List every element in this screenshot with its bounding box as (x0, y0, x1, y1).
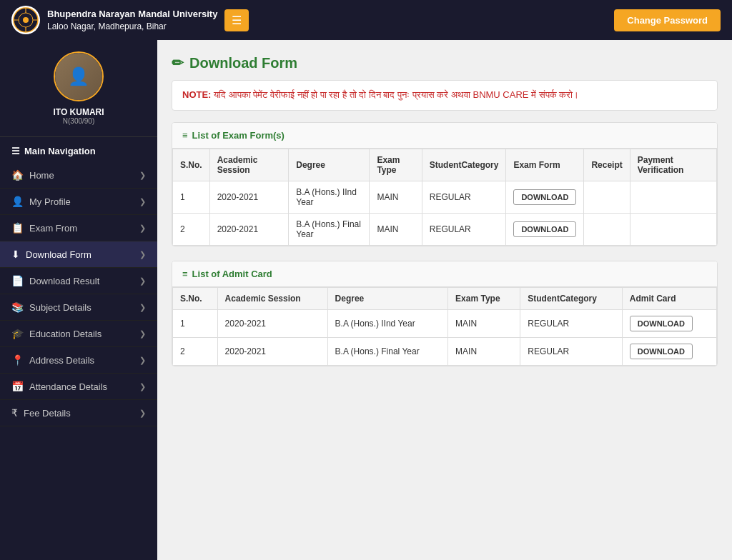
admit-card-header: ≡ List of Admit Card (172, 261, 717, 287)
nav-item-label-0: Home (29, 170, 54, 181)
nav-icon-7: 📍 (11, 354, 24, 366)
nav-arrow-6: ❯ (139, 329, 146, 339)
nav-item-left: 👤 My Profile (11, 196, 71, 207)
nav-title: ☰ Main Navigation (0, 137, 157, 162)
cell-degree: B.A (Hons.) IInd Year (289, 181, 370, 213)
sidebar-item-exam-from[interactable]: 📋 Exam From ❯ (0, 215, 157, 241)
sidebar-item-address-details[interactable]: 📍 Address Details ❯ (0, 347, 157, 374)
nav-arrow-0: ❯ (139, 171, 146, 180)
admit-card-download-btn-2[interactable]: DOWNLOAD (630, 344, 693, 359)
sidebar-item-education-details[interactable]: 🎓 Education Details ❯ (0, 321, 157, 347)
cell-degree-ac: B.A (Hons.) Final Year (327, 337, 448, 365)
nav-arrow-8: ❯ (139, 382, 146, 391)
nav-item-left: 📅 Attendance Details (11, 381, 107, 392)
col-payment-verification: Payment Verification (630, 149, 716, 181)
sidebar-item-download-result[interactable]: 📄 Download Result ❯ (0, 268, 157, 294)
col-sno2: S.No. (173, 287, 218, 309)
nav-arrow-3: ❯ (139, 250, 146, 259)
col-exam-form: Exam Form (506, 149, 584, 181)
nav-item-label-5: Subject Details (29, 302, 92, 313)
nav-icon-0: 🏠 (11, 169, 24, 181)
nav-arrow-1: ❯ (139, 197, 146, 206)
sidebar-item-attendance-details[interactable]: 📅 Attendance Details ❯ (0, 374, 157, 400)
exam-form-row-2: 2 2020-2021 B.A (Hons.) Final Year MAIN … (173, 213, 717, 245)
exam-form-row-1: 1 2020-2021 B.A (Hons.) IInd Year MAIN R… (173, 181, 717, 213)
cell-admit-card-btn: DOWNLOAD (622, 309, 716, 337)
profile-id: N(300/90) (63, 117, 94, 125)
cell-receipt (584, 213, 630, 245)
nav-item-label-2: Exam From (29, 223, 77, 234)
nav-item-left: 📄 Download Result (11, 275, 99, 286)
exam-forms-header: ≡ List of Exam Form(s) (172, 123, 717, 149)
sidebar-item-my-profile[interactable]: 👤 My Profile ❯ (0, 189, 157, 215)
nav-icon-9: ₹ (11, 407, 18, 419)
note-text: यदि आपका पेमेंट वेरीफाई नहीं हो पा रहा ह… (214, 89, 579, 100)
admit-card-icon: ≡ (182, 269, 188, 279)
nav-item-label-9: Fee Details (24, 408, 71, 419)
nav-item-label-8: Attendance Details (29, 381, 107, 392)
nav-item-label-1: My Profile (29, 196, 71, 207)
cell-sno: 1 (173, 181, 210, 213)
nav-item-label-7: Address Details (29, 355, 94, 366)
menu-toggle-button[interactable]: ☰ (224, 9, 249, 31)
col-session2: Academic Session (217, 287, 327, 309)
avatar: 👤 (54, 51, 104, 101)
cell-exam-form-btn: DOWNLOAD (506, 181, 584, 213)
nav-icon-3: ⬇ (11, 249, 20, 260)
exam-forms-tbody: 1 2020-2021 B.A (Hons.) IInd Year MAIN R… (173, 181, 717, 245)
nav-item-left: 📋 Exam From (11, 222, 77, 234)
col-exam-type2: Exam Type (448, 287, 520, 309)
avatar-placeholder: 👤 (55, 53, 102, 100)
sidebar: 👤 ITO KUMARI N(300/90) ☰ Main Navigation… (0, 40, 157, 560)
exam-forms-icon: ≡ (182, 130, 188, 141)
layout: 👤 ITO KUMARI N(300/90) ☰ Main Navigation… (0, 40, 732, 560)
nav-item-left: 📚 Subject Details (11, 301, 92, 313)
col-sno: S.No. (173, 149, 210, 181)
cell-exam-form-btn: DOWNLOAD (506, 213, 584, 245)
admit-card-download-btn-1[interactable]: DOWNLOAD (630, 316, 693, 331)
exam-form-download-btn-1[interactable]: DOWNLOAD (513, 189, 576, 205)
cell-sno: 2 (173, 213, 210, 245)
admit-card-tbody: 1 2020-2021 B.A (Hons.) IInd Year MAIN R… (173, 309, 717, 365)
cell-receipt (584, 181, 630, 213)
cell-exam-type: MAIN (370, 181, 422, 213)
exam-forms-title: List of Exam Form(s) (192, 130, 285, 141)
cell-degree: B.A (Hons.) Final Year (289, 213, 370, 245)
nav-item-left: 🏠 Home (11, 169, 54, 181)
admit-card-row-1: 1 2020-2021 B.A (Hons.) IInd Year MAIN R… (173, 309, 717, 337)
nav-item-label-3: Download Form (26, 249, 92, 260)
note-label: NOTE: (182, 89, 211, 100)
university-logo (11, 6, 40, 34)
header-title: Bhupendra Narayan Mandal University Lalo… (47, 8, 217, 33)
cell-session-ac: 2020-2021 (217, 309, 327, 337)
nav-icon-6: 🎓 (11, 328, 24, 339)
col-exam-type: Exam Type (370, 149, 422, 181)
col-degree2: Degree (327, 287, 448, 309)
cell-sno-ac: 1 (173, 309, 218, 337)
cell-exam-type-ac: MAIN (448, 309, 520, 337)
nav-icon-1: 👤 (11, 196, 24, 207)
nav-title-icon: ☰ (11, 146, 20, 156)
sidebar-item-fee-details[interactable]: ₹ Fee Details ❯ (0, 400, 157, 426)
cell-exam-type-ac: MAIN (448, 337, 520, 365)
exam-form-download-btn-2[interactable]: DOWNLOAD (513, 221, 576, 237)
cell-student-cat-ac: REGULAR (520, 337, 623, 365)
cell-sno-ac: 2 (173, 337, 218, 365)
col-receipt: Receipt (584, 149, 630, 181)
note-box: NOTE: यदि आपका पेमेंट वेरीफाई नहीं हो पा… (172, 80, 718, 111)
nav-item-left: ₹ Fee Details (11, 407, 71, 419)
page-title: ✏ Download Form (172, 54, 718, 71)
sidebar-item-home[interactable]: 🏠 Home ❯ (0, 162, 157, 189)
sidebar-item-download-form[interactable]: ⬇ Download Form ❯ (0, 241, 157, 268)
sidebar-item-subject-details[interactable]: 📚 Subject Details ❯ (0, 294, 157, 321)
change-password-button[interactable]: Change Password (614, 9, 721, 31)
nav-arrow-9: ❯ (139, 409, 146, 418)
col-degree: Degree (289, 149, 370, 181)
nav-icon-2: 📋 (11, 222, 24, 234)
cell-admit-card-btn: DOWNLOAD (622, 337, 716, 365)
cell-student-cat: REGULAR (422, 181, 506, 213)
nav-item-left: ⬇ Download Form (11, 249, 92, 260)
nav-icon-4: 📄 (11, 275, 24, 286)
cell-student-cat-ac: REGULAR (520, 309, 623, 337)
cell-session: 2020-2021 (209, 213, 289, 245)
